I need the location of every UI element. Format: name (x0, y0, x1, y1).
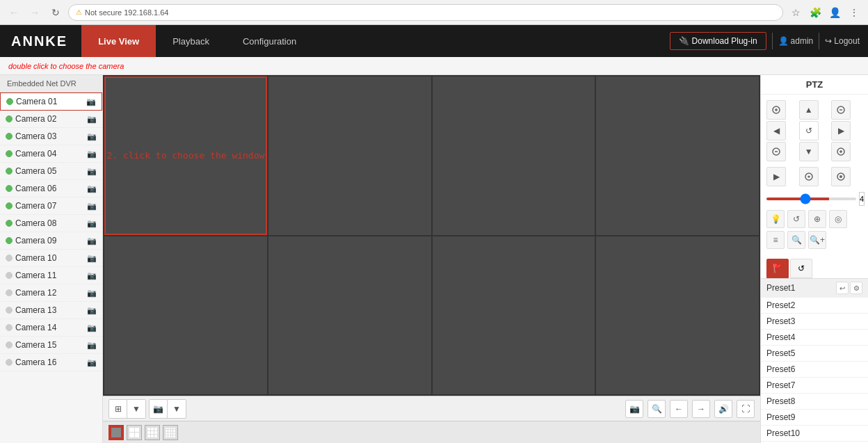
camera-item-10[interactable]: Camera 10 📷 (0, 250, 102, 267)
camera-item-2[interactable]: Camera 02 📷 (0, 111, 102, 128)
ptz-focus-far-button[interactable] (831, 100, 851, 120)
camera-item-7[interactable]: Camera 07 📷 (0, 198, 102, 215)
ptz-left-button[interactable]: ◀ (766, 121, 786, 140)
video-cell-2[interactable] (433, 76, 595, 235)
camera-item-13[interactable]: Camera 13 📷 (0, 302, 102, 319)
ptz-center-button[interactable]: ⊕ (808, 210, 826, 228)
layout-grid-button[interactable]: ⊞ (109, 400, 127, 418)
camera-stream-icon-6[interactable]: 📷 (87, 184, 97, 193)
ptz-collapse-button[interactable]: ◀ (760, 245, 761, 273)
ptz-menu-button[interactable]: ≡ (766, 231, 785, 249)
tab-playback[interactable]: Playback (156, 25, 226, 57)
video-cell-5[interactable] (268, 236, 431, 395)
preset-row-5[interactable]: Preset5 (761, 346, 868, 362)
camera-item-6[interactable]: Camera 06 📷 (0, 180, 102, 198)
camera-stream-icon-11[interactable]: 📷 (87, 271, 97, 280)
ptz-focus-near-button[interactable] (831, 142, 851, 161)
forward-button[interactable]: → (26, 4, 43, 21)
video-cell-4[interactable] (104, 236, 267, 395)
logout-button[interactable]: ↪ Logout (825, 36, 860, 46)
camera-item-9[interactable]: Camera 09 📷 (0, 232, 102, 250)
stream-toggle-button[interactable]: 📷 (150, 400, 168, 418)
layout-1x1-button[interactable] (108, 425, 124, 440)
preset-row-8[interactable]: Preset8 (761, 394, 868, 410)
ptz-light-button[interactable]: 💡 (766, 210, 785, 228)
layout-dropdown-button[interactable]: ▼ (127, 400, 145, 418)
layout-3x3-button[interactable] (145, 425, 160, 440)
camera-item-16[interactable]: Camera 16 📷 (0, 354, 102, 371)
camera-item-5[interactable]: Camera 05 📷 (0, 163, 102, 180)
stream-dropdown-button[interactable]: ▼ (168, 400, 186, 418)
camera-stream-icon-2[interactable]: 📷 (87, 115, 97, 124)
prev-button[interactable]: ← (670, 400, 688, 418)
preset-row-2[interactable]: Preset2 (761, 298, 868, 314)
ptz-tab-preset[interactable]: 🚩 (766, 259, 789, 278)
camera-item-12[interactable]: Camera 12 📷 (0, 284, 102, 302)
volume-button[interactable]: 🔊 (714, 400, 732, 418)
preset-settings-1[interactable]: ⚙ (850, 282, 862, 294)
user-button[interactable]: 👤 admin (778, 36, 814, 46)
camera-stream-icon-10[interactable]: 📷 (87, 254, 97, 263)
ptz-wiper-button[interactable]: ↺ (787, 210, 805, 228)
camera-stream-icon-3[interactable]: 📷 (87, 132, 97, 141)
camera-item-14[interactable]: Camera 14 📷 (0, 319, 102, 337)
ptz-left2-button[interactable]: ▶ (766, 167, 786, 186)
address-bar[interactable]: ⚠ Not secure 192.168.1.64 (68, 4, 783, 21)
video-cell-0[interactable]: 2. click to choose the window (104, 76, 267, 235)
zoom-in-button[interactable]: 🔍 (648, 400, 666, 418)
bookmark-button[interactable]: ☆ (787, 4, 804, 21)
capture-button[interactable]: 📷 (625, 400, 643, 418)
camera-stream-icon-7[interactable]: 📷 (87, 202, 97, 211)
ptz-up-button[interactable]: ▲ (799, 100, 819, 120)
layout-4x4-button[interactable] (163, 425, 178, 440)
camera-item-15[interactable]: Camera 15 📷 (0, 337, 102, 354)
ptz-iris-close-button[interactable] (799, 167, 819, 186)
preset-row-10[interactable]: Preset10 (761, 426, 868, 442)
preset-row-3[interactable]: Preset3 (761, 314, 868, 330)
preset-row-1[interactable]: Preset1 ↩ ⚙ (761, 279, 868, 298)
preset-row-9[interactable]: Preset9 (761, 410, 868, 426)
video-cell-1[interactable] (268, 76, 431, 235)
ptz-down-button[interactable]: ▼ (799, 142, 819, 161)
camera-stream-icon-1[interactable]: 📷 (86, 97, 96, 106)
back-button[interactable]: ← (6, 4, 22, 21)
tab-configuration[interactable]: Configuration (226, 25, 313, 57)
ptz-zoom-plus-button[interactable]: 🔍+ (808, 231, 826, 249)
camera-item-1[interactable]: Camera 01 📷 (0, 92, 102, 111)
preset-row-6[interactable]: Preset6 (761, 362, 868, 378)
tab-live-view[interactable]: Live View (81, 25, 156, 57)
camera-item-4[interactable]: Camera 04 📷 (0, 145, 102, 163)
camera-stream-icon-9[interactable]: 📷 (87, 236, 97, 245)
preset-goto-1[interactable]: ↩ (836, 282, 849, 294)
extensions-button[interactable]: 🧩 (807, 4, 823, 21)
camera-stream-icon-8[interactable]: 📷 (87, 219, 97, 228)
ptz-right-button[interactable]: ▶ (831, 121, 851, 140)
fullscreen-button[interactable]: ⛶ (737, 400, 755, 418)
download-plugin-button[interactable]: 🔌 Download Plug-in (670, 32, 766, 50)
next-button[interactable]: → (692, 400, 710, 418)
video-cell-7[interactable] (596, 236, 759, 395)
ptz-iris-open-button[interactable] (831, 167, 851, 186)
camera-stream-icon-12[interactable]: 📷 (87, 289, 97, 298)
camera-stream-icon-13[interactable]: 📷 (87, 306, 97, 315)
camera-stream-icon-15[interactable]: 📷 (87, 341, 97, 350)
preset-row-4[interactable]: Preset4 (761, 330, 868, 346)
camera-item-11[interactable]: Camera 11 📷 (0, 267, 102, 284)
preset-row-7[interactable]: Preset7 (761, 378, 868, 394)
refresh-button[interactable]: ↻ (47, 4, 64, 21)
video-cell-6[interactable] (433, 236, 595, 395)
layout-2x2-button[interactable] (127, 425, 142, 440)
ptz-tab-tour[interactable]: ↺ (790, 259, 812, 278)
camera-stream-icon-14[interactable]: 📷 (87, 323, 97, 332)
menu-button[interactable]: ⋮ (846, 4, 862, 21)
ptz-heat-button[interactable]: ◎ (829, 210, 847, 228)
camera-stream-icon-16[interactable]: 📷 (87, 358, 97, 367)
camera-item-8[interactable]: Camera 08 📷 (0, 215, 102, 232)
profile-button[interactable]: 👤 (826, 4, 843, 21)
ptz-auto-scan-button[interactable]: ↺ (799, 121, 819, 140)
ptz-search-button[interactable]: 🔍 (787, 231, 805, 249)
video-cell-3[interactable] (596, 76, 759, 235)
camera-stream-icon-5[interactable]: 📷 (87, 167, 97, 176)
ptz-speed-slider[interactable] (766, 198, 856, 200)
camera-item-3[interactable]: Camera 03 📷 (0, 128, 102, 145)
